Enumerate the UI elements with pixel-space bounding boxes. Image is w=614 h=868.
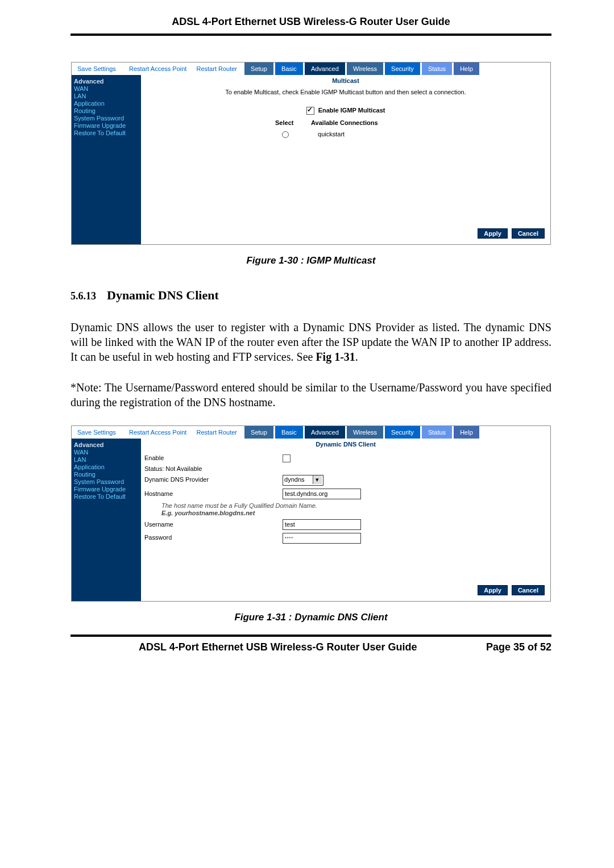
footer-right: Page 35 of 52: [486, 641, 551, 653]
pane-title: Multicast: [144, 77, 547, 84]
link-restart-ap[interactable]: Restart Access Point: [123, 62, 193, 75]
paragraph-1-figref: Fig 1-31: [316, 350, 355, 363]
sidebar: Advanced WAN LAN Application Routing Sys…: [72, 439, 141, 601]
fig-igmp-multicast: Save Settings Restart Access Point Resta…: [71, 62, 551, 245]
label-provider: Dynamic DNS Provider: [144, 476, 281, 483]
input-password[interactable]: ****: [283, 533, 361, 544]
sidebar: Advanced WAN LAN Application Routing Sys…: [72, 75, 141, 244]
sidebar-item-routing[interactable]: Routing: [74, 107, 139, 114]
tab-wireless[interactable]: Wireless: [347, 426, 383, 439]
topbar: Save Settings Restart Access Point Resta…: [72, 62, 550, 75]
footer-left: ADSL 4-Port Ethernet USB Wireless-G Rout…: [139, 641, 417, 653]
doc-header: ADSL 4-Port Ethernet USB Wireless-G Rout…: [70, 16, 551, 28]
section-heading: 5.6.13 Dynamic DNS Client: [70, 288, 551, 303]
col-available-connections: Available Connections: [311, 119, 378, 126]
cancel-button[interactable]: Cancel: [512, 228, 545, 239]
tab-setup[interactable]: Setup: [244, 426, 273, 439]
checkbox-enable-igmp[interactable]: [306, 107, 314, 115]
tab-wireless[interactable]: Wireless: [347, 62, 383, 75]
sidebar-item-system-password[interactable]: System Password: [74, 478, 139, 485]
radio-connection-quickstart[interactable]: [282, 131, 289, 138]
select-provider[interactable]: dyndns▾: [283, 475, 323, 486]
sidebar-heading: Advanced: [74, 78, 139, 85]
link-save-settings[interactable]: Save Settings: [72, 426, 122, 439]
paragraph-2: *Note: The Username/Password entered sho…: [70, 380, 551, 410]
sidebar-item-lan[interactable]: LAN: [74, 456, 139, 463]
apply-button[interactable]: Apply: [478, 228, 508, 239]
caption-fig-1-31: Figure 1-31 : Dynamic DNS Client: [70, 612, 551, 623]
tab-basic[interactable]: Basic: [275, 426, 303, 439]
link-restart-router[interactable]: Restart Router: [194, 62, 243, 75]
input-hostname[interactable]: test.dyndns.org: [283, 489, 361, 499]
paragraph-1: Dynamic DNS allows the user to register …: [70, 320, 551, 364]
connection-quickstart: quickstart: [318, 131, 345, 137]
tab-status[interactable]: Status: [422, 426, 452, 439]
sidebar-item-restore-default[interactable]: Restore To Default: [74, 493, 139, 500]
sidebar-item-wan[interactable]: WAN: [74, 85, 139, 92]
tab-basic[interactable]: Basic: [275, 62, 303, 75]
caption-fig-1-30: Figure 1-30 : IGMP Multicast: [70, 255, 551, 266]
fig-dynamic-dns: Save Settings Restart Access Point Resta…: [71, 425, 551, 602]
top-divider: [70, 34, 551, 36]
sidebar-item-firmware-upgrade[interactable]: Firmware Upgrade: [74, 122, 139, 129]
label-password: Password: [144, 534, 281, 541]
label-hostname: Hostname: [144, 490, 281, 497]
hint-fqdn: The host name must be a Fully Qualified …: [161, 502, 547, 509]
doc-footer: ADSL 4-Port Ethernet USB Wireless-G Rout…: [70, 641, 551, 653]
sidebar-item-restore-default[interactable]: Restore To Default: [74, 130, 139, 136]
chevron-down-icon: ▾: [313, 475, 322, 484]
tab-security[interactable]: Security: [385, 426, 420, 439]
link-save-settings[interactable]: Save Settings: [72, 62, 122, 75]
input-username[interactable]: test: [283, 519, 361, 530]
section-title: Dynamic DNS Client: [107, 288, 219, 302]
tab-advanced[interactable]: Advanced: [305, 62, 345, 75]
sidebar-item-firmware-upgrade[interactable]: Firmware Upgrade: [74, 486, 139, 493]
paragraph-1-text: Dynamic DNS allows the user to register …: [70, 321, 551, 363]
sidebar-item-system-password[interactable]: System Password: [74, 115, 139, 122]
section-number: 5.6.13: [70, 290, 96, 302]
sidebar-item-routing[interactable]: Routing: [74, 471, 139, 478]
label-enable-igmp: Enable IGMP Multicast: [318, 107, 385, 114]
col-select: Select: [275, 119, 309, 126]
label-status: Status: Not Available: [144, 465, 281, 472]
tab-setup[interactable]: Setup: [244, 62, 273, 75]
sidebar-item-application[interactable]: Application: [74, 464, 139, 470]
cancel-button[interactable]: Cancel: [512, 585, 545, 595]
select-provider-value: dyndns: [284, 476, 304, 483]
pane-title: Dynamic DNS Client: [144, 441, 547, 448]
label-enable: Enable: [144, 454, 281, 461]
apply-button[interactable]: Apply: [478, 585, 508, 595]
tab-status[interactable]: Status: [422, 62, 452, 75]
sidebar-heading: Advanced: [74, 441, 139, 448]
paragraph-1-tail: .: [355, 350, 358, 363]
bottom-divider: [70, 635, 551, 637]
link-restart-router[interactable]: Restart Router: [194, 426, 243, 439]
hint-example: E.g. yourhostname.blogdns.net: [161, 510, 255, 516]
tab-help[interactable]: Help: [454, 426, 479, 439]
sidebar-item-application[interactable]: Application: [74, 100, 139, 107]
tab-security[interactable]: Security: [385, 62, 420, 75]
sidebar-item-wan[interactable]: WAN: [74, 449, 139, 456]
checkbox-enable-ddns[interactable]: [283, 454, 291, 462]
label-username: Username: [144, 521, 281, 528]
topbar: Save Settings Restart Access Point Resta…: [72, 426, 550, 439]
tab-advanced[interactable]: Advanced: [305, 426, 345, 439]
tab-help[interactable]: Help: [454, 62, 479, 75]
sidebar-item-lan[interactable]: LAN: [74, 93, 139, 99]
link-restart-ap[interactable]: Restart Access Point: [123, 426, 193, 439]
pane-intro: To enable Multicast, check Enable IGMP M…: [144, 89, 547, 95]
